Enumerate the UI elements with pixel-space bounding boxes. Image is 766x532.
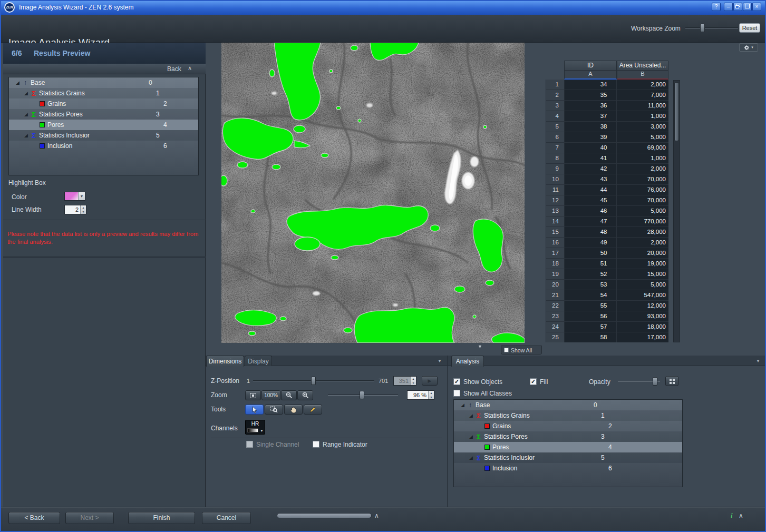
- panel-menu-icon[interactable]: ▼: [438, 359, 442, 363]
- result-row[interactable]: 2154547,000: [546, 290, 668, 301]
- spinner-up-icon[interactable]: ▲: [429, 391, 434, 395]
- result-row[interactable]: 1342,000: [546, 80, 668, 90]
- spinner-up-icon[interactable]: ▲: [411, 377, 416, 381]
- cancel-button[interactable]: Cancel: [202, 512, 251, 524]
- close-button[interactable]: ×: [752, 3, 761, 11]
- result-row[interactable]: 154828,000: [546, 227, 668, 238]
- class-tree-item-grains[interactable]: Grains2: [9, 98, 198, 109]
- z-position-slider[interactable]: [253, 377, 374, 385]
- result-row[interactable]: 124570,000: [546, 195, 668, 206]
- column-header-area[interactable]: Area Unscaled...: [617, 61, 668, 71]
- result-row[interactable]: 8411,000: [546, 153, 668, 164]
- scrollbar-thumb[interactable]: [674, 82, 679, 141]
- range-indicator-checkbox[interactable]: [313, 441, 319, 448]
- expand-panel-icon[interactable]: ∧: [374, 512, 379, 519]
- collapse-chevron-icon[interactable]: ∧: [188, 65, 192, 72]
- spinner-arrows[interactable]: ▲▼: [428, 391, 434, 399]
- table-settings-button[interactable]: ▾: [739, 43, 758, 52]
- help-button[interactable]: ?: [712, 3, 721, 11]
- result-row[interactable]: 2357,000: [546, 90, 668, 101]
- result-row[interactable]: 33611,000: [546, 101, 668, 111]
- maximize-button[interactable]: [743, 3, 752, 11]
- zoom-slider[interactable]: [328, 391, 398, 399]
- class-tree-item-grains[interactable]: Grains2: [454, 421, 682, 431]
- tab-dimensions[interactable]: Dimensions: [206, 356, 244, 367]
- spinner-down-icon[interactable]: ▼: [81, 210, 86, 214]
- result-row[interactable]: 13465,000: [546, 206, 668, 216]
- opacity-slider[interactable]: [618, 377, 660, 385]
- show-all-classes-checkbox[interactable]: [453, 390, 460, 397]
- image-viewport[interactable]: [221, 43, 525, 343]
- panel-resize-handle[interactable]: [277, 513, 372, 518]
- tool-zoom-region-button[interactable]: [265, 405, 283, 415]
- single-channel-checkbox[interactable]: [246, 441, 253, 448]
- spinner-arrows[interactable]: ▲▼: [410, 377, 416, 385]
- zoom-100-button[interactable]: 100%: [261, 390, 280, 400]
- tool-cursor-button[interactable]: [245, 405, 264, 415]
- result-row[interactable]: 104370,000: [546, 174, 668, 185]
- chevron-down-icon[interactable]: ▼: [78, 192, 85, 200]
- result-row[interactable]: 255817,000: [546, 332, 668, 342]
- info-icon[interactable]: i: [731, 511, 733, 520]
- zoom-in-button[interactable]: [297, 390, 313, 400]
- panel-menu-icon[interactable]: ▼: [756, 359, 760, 363]
- class-tree-item-inclusion[interactable]: Inclusion6: [454, 463, 682, 474]
- show-all-toggle[interactable]: Show All: [501, 346, 542, 354]
- image-panel-collapse-icon[interactable]: ▼: [478, 344, 482, 349]
- result-row[interactable]: 4371,000: [546, 111, 668, 122]
- tool-pan-hand-button[interactable]: [284, 405, 303, 415]
- class-tree-item-statistics-grains[interactable]: ◢ΣStatistics Grains1: [454, 410, 682, 421]
- fill-checkbox[interactable]: ✓: [530, 378, 537, 385]
- tab-display[interactable]: Display: [245, 356, 272, 366]
- show-all-checkbox[interactable]: [504, 348, 509, 352]
- subcolumn-header-b[interactable]: B: [617, 71, 668, 80]
- spinner-arrows[interactable]: ▲▼: [80, 205, 86, 214]
- tree-expander-icon[interactable]: ◢: [468, 413, 474, 418]
- show-objects-checkbox[interactable]: ✓: [453, 378, 460, 385]
- class-tree-item-statistics-pores[interactable]: ◢ΣStatistics Pores3: [9, 109, 198, 120]
- tab-analysis[interactable]: Analysis: [451, 356, 484, 367]
- class-tree-item-base[interactable]: ◢↑Base0: [454, 400, 682, 410]
- class-tree-item-inclusion[interactable]: Inclusion6: [9, 141, 198, 151]
- result-row[interactable]: 9422,000: [546, 164, 668, 174]
- finish-button[interactable]: Finish: [128, 512, 195, 524]
- channel-hr-button[interactable]: HR ▼: [245, 420, 265, 435]
- specimen-image[interactable]: [221, 43, 525, 343]
- result-row[interactable]: 235693,000: [546, 311, 668, 322]
- back-section-bar[interactable]: Back ∧: [3, 64, 206, 74]
- restore-button[interactable]: [733, 3, 742, 11]
- zoom-spinner[interactable]: 96 % ▲▼: [407, 390, 434, 400]
- minimize-button[interactable]: –: [724, 3, 733, 11]
- class-tree-item-statistics-inclusior[interactable]: ◢ΣStatistics Inclusior5: [9, 130, 198, 141]
- tree-expander-icon[interactable]: ◢: [23, 133, 30, 138]
- table-scrollbar[interactable]: [673, 80, 680, 342]
- workspace-zoom-reset-button[interactable]: Reset: [739, 23, 760, 33]
- z-position-spinner[interactable]: 351 ▲▼: [393, 376, 416, 386]
- tree-expander-icon[interactable]: ◢: [468, 434, 474, 439]
- tree-expander-icon[interactable]: ◢: [459, 402, 466, 408]
- column-header-id[interactable]: ID: [564, 61, 617, 71]
- result-row[interactable]: 175020,000: [546, 248, 668, 259]
- class-tree-item-statistics-inclusior[interactable]: ◢ΣStatistics Inclusior5: [454, 452, 682, 463]
- next-button[interactable]: Next >: [65, 512, 114, 524]
- tree-expander-icon[interactable]: ◢: [468, 455, 474, 460]
- class-tree-item-base[interactable]: ◢↑Base0: [9, 77, 198, 88]
- class-tree-item-pores[interactable]: Pores4: [9, 120, 198, 130]
- line-width-spinner[interactable]: 2 ▲▼: [64, 205, 86, 214]
- class-tree-item-statistics-pores[interactable]: ◢ΣStatistics Pores3: [454, 431, 682, 442]
- result-row[interactable]: 1447770,000: [546, 216, 668, 227]
- result-row[interactable]: 114476,000: [546, 185, 668, 195]
- zoom-out-button[interactable]: [281, 390, 297, 400]
- back-button[interactable]: < Back: [8, 512, 60, 524]
- tree-expander-icon[interactable]: ◢: [23, 91, 30, 96]
- chevron-down-icon[interactable]: ▼: [260, 429, 264, 432]
- z-play-button[interactable]: ▶: [422, 376, 438, 386]
- info-expand-icon[interactable]: ∧: [739, 512, 743, 519]
- tree-expander-icon[interactable]: ◢: [23, 112, 30, 117]
- result-row[interactable]: 225512,000: [546, 301, 668, 311]
- tree-expander-icon[interactable]: ◢: [14, 80, 21, 85]
- result-row[interactable]: 16492,000: [546, 238, 668, 248]
- subcolumn-header-a[interactable]: A: [564, 71, 617, 80]
- result-row[interactable]: 20535,000: [546, 280, 668, 290]
- workspace-zoom-slider[interactable]: [685, 24, 738, 32]
